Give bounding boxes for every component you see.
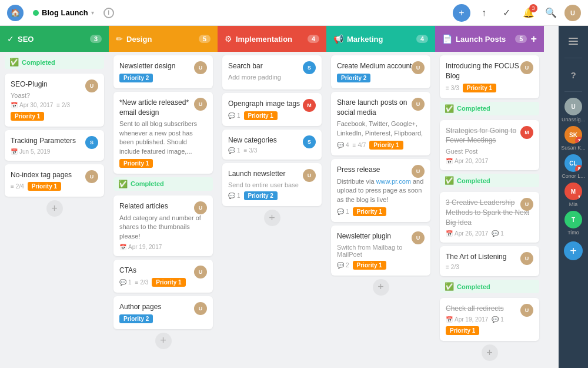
col-title-marketing: Marketing [347,35,413,44]
avatar-mia[interactable]: M 1 [564,183,582,200]
card-avatar: U [412,98,425,111]
card-date: 📅 Apr 30, 2017 [11,102,53,108]
card-search-bar[interactable]: S Search bar Add more padding [222,55,322,89]
sidebar-user-timo[interactable]: T Timo [564,211,582,236]
card-comments: 💬 1 [228,147,240,154]
board-content: ✓ SEO 3 ✅ Completed U SEO-Plugin Yoast? [0,26,559,368]
card-avatar: U [194,61,207,74]
card-newsletter-design[interactable]: U Newsletter design Priority 2 [113,55,213,88]
card-desc: Add category and number of shares to the… [119,214,207,241]
column-cards-design: U Newsletter design Priority 2 U *New ar… [109,52,218,368]
card-new-categories[interactable]: S New categories 💬 1 ≡ 3/3 [222,130,322,160]
card-art-of-listening[interactable]: U The Art of Listening ≡ 2/3 [440,246,539,277]
card-date: 📅 Apr 19, 2017 [119,244,162,250]
sidebar-user-susan[interactable]: SK 7 Susan K... [561,126,586,151]
project-selector[interactable]: Blog Launch ▾ [28,6,99,19]
add-card-button-marketing[interactable]: + [373,279,389,296]
add-column-button[interactable]: + [530,33,537,45]
column-cards-seo: ✅ Completed U SEO-Plugin Yoast? 📅 Apr 30… [0,52,109,368]
card-no-index[interactable]: U No-index tag pages ≡ 2/4 Priority 1 [5,164,104,197]
column-header-implementation: ⚙ Implementation 4 [218,26,326,52]
upload-icon[interactable]: ↑ [475,4,493,22]
card-strategies[interactable]: M Strategies for Going to Fewer Meetings… [440,120,539,171]
completed-section-launch3: ✅ Completed [440,280,539,293]
info-icon[interactable]: i [103,8,114,18]
card-avatar: S [85,136,98,149]
avatar-susan[interactable]: SK 7 [564,126,582,144]
card-newsletter-plugin[interactable]: U Newsletter plugin Switch from Mailbag … [331,226,430,276]
completed-label: Completed [457,105,490,112]
sidebar-user-mia[interactable]: M 1 Mia [564,183,582,207]
avatar-unassigned[interactable]: U [564,98,582,115]
column-header-design: ✏ Design 5 [109,26,218,52]
card-ctas[interactable]: U CTAs 💬 1 ≡ 2/3 Priority 1 [113,260,213,293]
column-launch-posts: 📄 Launch Posts 5 + U Introducing the FOC… [435,26,544,368]
card-comments: 💬 1 [119,279,132,286]
card-press-release[interactable]: U Press release Distribute via www.pr.co… [331,159,430,222]
card-desc: Facebook, Twitter, Google+, LinkedIn, Pi… [337,120,425,138]
right-sidebar: ? U Unassig... SK 7 Susan K... CL 8 Cono… [559,26,588,368]
card-avatar: U [194,201,207,214]
add-member-button[interactable]: + [564,241,583,260]
sidebar-question-icon[interactable]: ? [563,64,584,85]
main-area: ✓ SEO 3 ✅ Completed U SEO-Plugin Yoast? [0,26,588,368]
chevron-down-icon: ▾ [91,9,94,16]
sidebar-user-conor[interactable]: CL 8 Conor L... [562,154,585,179]
col-count-implementation: 4 [308,35,319,43]
completed-section-launch2: ✅ Completed [440,174,539,187]
card-seo-plugin[interactable]: U SEO-Plugin Yoast? 📅 Apr 30, 2017 ≡ 2/3… [5,74,104,127]
card-footer: Priority 2 [119,74,207,82]
user-avatar[interactable]: U [564,5,581,21]
user-badge-mia: 1 [575,193,582,200]
check-icon[interactable]: ✓ [497,4,515,22]
card-footer: 💬 1 ≡ 2/3 Priority 1 [119,278,207,287]
card-footer: ≡ 2/3 [446,264,533,270]
card-comments: 💬 1 [492,230,504,237]
sidebar-label-unassigned: Unassig... [562,117,585,122]
card-title: Strategies for Going to Fewer Meetings [446,126,533,146]
card-new-article-email[interactable]: U *New article released* email design Se… [113,92,213,174]
completed-label: Completed [457,283,490,290]
project-dot [33,10,39,16]
add-card-button-implementation[interactable]: + [264,210,280,226]
card-create-medium[interactable]: U Create Medium account Priority 2 [331,55,430,88]
card-launch-newsletter[interactable]: U Launch newsletter Send to entire user … [222,163,322,206]
add-card-button-launch[interactable]: + [482,344,498,361]
card-footer: Priority 2 [119,314,207,323]
add-card-button-design[interactable]: + [155,333,172,349]
card-footer: 📅 Apr 19, 2017 💬 1 Priority 1 [446,316,533,335]
launch-icon: 📄 [442,34,452,44]
avatar-conor[interactable]: CL 8 [564,154,582,172]
card-tracking-params[interactable]: S Tracking Parameters 📅 Jun 5, 2019 [5,130,104,161]
card-date: 📅 Apr 20, 2017 [446,158,488,164]
sidebar-user-unassigned[interactable]: U Unassig... [562,98,585,122]
card-avatar: U [520,61,533,74]
add-card-button-seo[interactable]: + [46,200,63,217]
home-icon[interactable]: 🏠 [7,5,24,21]
sidebar-menu-icon[interactable] [563,31,584,52]
priority-badge: Priority 1 [119,159,153,168]
completed-check-icon: ✅ [445,176,454,185]
card-creative-leadership[interactable]: U 3 Creative Leadership Methods to Spark… [440,192,539,242]
card-avatar: U [194,98,207,111]
card-opengraph[interactable]: M Opengraph image tags 💬 1 Priority 1 [222,93,322,126]
priority-badge: Priority 2 [119,74,153,82]
card-footer: 💬 2 Priority 1 [337,261,425,270]
card-related-articles[interactable]: U Related articles Add category and numb… [113,195,213,256]
card-date: 📅 Apr 19, 2017 [446,316,488,323]
user-badge-conor: 8 [575,165,582,172]
card-introducing-focus[interactable]: U Introducing the FOCUS Blog ≡ 3/3 Prior… [440,55,539,98]
card-share-launch[interactable]: U Share launch posts on social media Fac… [331,92,430,155]
completed-check-icon: ✅ [445,104,454,113]
search-icon[interactable]: 🔍 [542,4,560,22]
col-title-launch: Launch Posts [456,35,512,44]
bell-icon[interactable]: 🔔 3 [520,4,537,22]
avatar-timo[interactable]: T [564,211,582,228]
card-author-pages[interactable]: U Author pages Priority 2 [113,296,213,329]
column-seo: ✓ SEO 3 ✅ Completed U SEO-Plugin Yoast? [0,26,109,368]
add-button[interactable]: + [453,4,470,22]
card-footer: Priority 1 [119,159,207,168]
card-check-redirects[interactable]: U Check all redirects 📅 Apr 19, 2017 💬 1… [440,298,539,341]
completed-check-icon: ✅ [9,58,19,67]
col-title-design: Design [126,35,195,44]
